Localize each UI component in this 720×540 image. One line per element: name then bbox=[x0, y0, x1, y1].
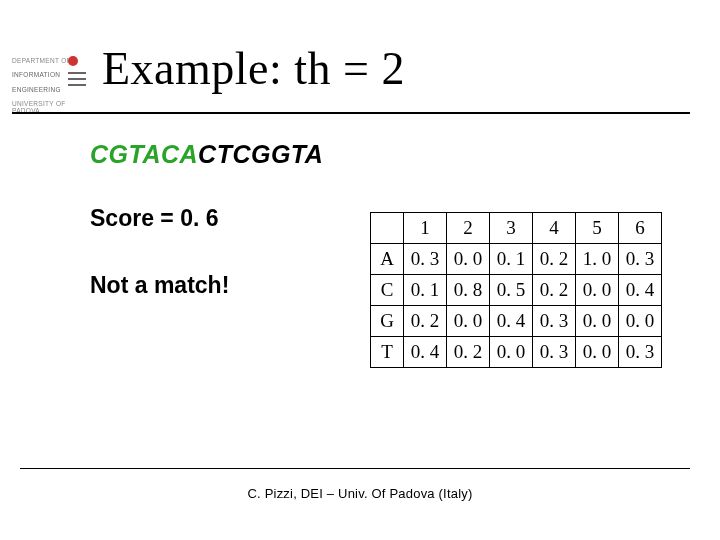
cell: 0. 2 bbox=[533, 244, 576, 275]
table-row: A 0. 3 0. 0 0. 1 0. 2 1. 0 0. 3 bbox=[371, 244, 662, 275]
footer-divider bbox=[20, 468, 690, 469]
cell: 0. 0 bbox=[576, 275, 619, 306]
table-row: T 0. 4 0. 2 0. 0 0. 3 0. 0 0. 3 bbox=[371, 337, 662, 368]
col-header: 1 bbox=[404, 213, 447, 244]
row-header: A bbox=[371, 244, 404, 275]
sequence-highlight: CGTACA bbox=[90, 140, 198, 168]
table-header-row: 1 2 3 4 5 6 bbox=[371, 213, 662, 244]
cell: 0. 3 bbox=[533, 306, 576, 337]
cell: 0. 3 bbox=[619, 244, 662, 275]
logo-line3: ENGINEERING bbox=[12, 86, 61, 93]
table-row: G 0. 2 0. 0 0. 4 0. 3 0. 0 0. 0 bbox=[371, 306, 662, 337]
slide-title: Example: th = 2 bbox=[102, 42, 405, 95]
cell: 0. 2 bbox=[404, 306, 447, 337]
score-label: Score = 0. 6 bbox=[90, 205, 219, 232]
cell: 0. 1 bbox=[404, 275, 447, 306]
cell: 0. 4 bbox=[404, 337, 447, 368]
dept-logo: DEPARTMENT OF INFORMATION ENGINEERING UN… bbox=[12, 50, 82, 114]
cell: 0. 5 bbox=[490, 275, 533, 306]
cell: 0. 0 bbox=[576, 306, 619, 337]
col-header: 6 bbox=[619, 213, 662, 244]
cell: 1. 0 bbox=[576, 244, 619, 275]
cell: 0. 0 bbox=[576, 337, 619, 368]
cell: 0. 0 bbox=[619, 306, 662, 337]
row-header: T bbox=[371, 337, 404, 368]
table-row: C 0. 1 0. 8 0. 5 0. 2 0. 0 0. 4 bbox=[371, 275, 662, 306]
cell: 0. 3 bbox=[533, 337, 576, 368]
score-matrix-table: 1 2 3 4 5 6 A 0. 3 0. 0 0. 1 0. 2 1. 0 0… bbox=[370, 212, 662, 368]
sequence-string: CGTACACTCGGTA bbox=[90, 140, 323, 169]
cell: 0. 8 bbox=[447, 275, 490, 306]
logo-line2: INFORMATION bbox=[12, 71, 60, 78]
not-match-label: Not a match! bbox=[90, 272, 229, 299]
cell: 0. 4 bbox=[619, 275, 662, 306]
row-header: G bbox=[371, 306, 404, 337]
cell: 0. 4 bbox=[490, 306, 533, 337]
cell: 0. 0 bbox=[447, 306, 490, 337]
footer-text: C. Pizzi, DEI – Univ. Of Padova (Italy) bbox=[0, 486, 720, 501]
cell: 0. 1 bbox=[490, 244, 533, 275]
cell: 0. 3 bbox=[404, 244, 447, 275]
cell: 0. 2 bbox=[533, 275, 576, 306]
row-header: C bbox=[371, 275, 404, 306]
sequence-rest: CTCGGTA bbox=[198, 140, 323, 168]
corner-cell bbox=[371, 213, 404, 244]
slide: DEPARTMENT OF INFORMATION ENGINEERING UN… bbox=[0, 0, 720, 540]
cell: 0. 0 bbox=[447, 244, 490, 275]
col-header: 4 bbox=[533, 213, 576, 244]
col-header: 5 bbox=[576, 213, 619, 244]
title-divider bbox=[12, 112, 690, 114]
logo-bullet-icon bbox=[68, 56, 78, 66]
logo-lines-icon bbox=[68, 72, 90, 90]
col-header: 2 bbox=[447, 213, 490, 244]
cell: 0. 3 bbox=[619, 337, 662, 368]
cell: 0. 2 bbox=[447, 337, 490, 368]
col-header: 3 bbox=[490, 213, 533, 244]
logo-line1: DEPARTMENT OF bbox=[12, 57, 71, 64]
cell: 0. 0 bbox=[490, 337, 533, 368]
